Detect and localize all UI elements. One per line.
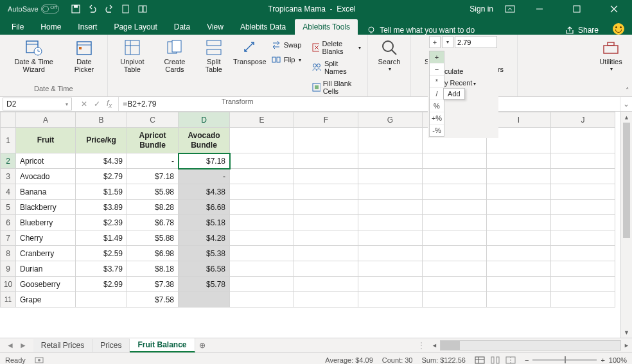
status-sum: Sum: $122.56 [421, 356, 466, 364]
split-table-button[interactable]: Split Table [198, 37, 230, 74]
op-mul[interactable]: * [430, 76, 444, 88]
add-sheet-button[interactable]: ⊕ [195, 338, 209, 352]
search-icon [380, 39, 398, 56]
op-plus[interactable]: + [430, 51, 444, 64]
op-ppct[interactable]: +% [430, 112, 444, 125]
swap-button[interactable]: Swap [270, 39, 303, 51]
hscroll-thumb[interactable] [441, 341, 460, 350]
grid[interactable]: ABCDEFGHIJ 1 Fruit Price/kg Apricot Bund… [0, 112, 615, 308]
svg-point-26 [313, 64, 317, 67]
scroll-down-icon[interactable]: ▼ [621, 327, 632, 338]
sheet-nav-next-icon[interactable]: ► [19, 341, 27, 350]
maximize-button[interactable] [564, 0, 590, 18]
undo-icon[interactable] [87, 4, 98, 14]
formula-input[interactable]: =B2+2.79 [119, 97, 620, 111]
table-row[interactable]: 9Durian$3.79$8.18$6.58 [1, 261, 615, 277]
share-button[interactable]: Share [559, 26, 605, 35]
date-picker-button[interactable]: Date Picker [66, 37, 101, 74]
horizontal-scrollbar[interactable]: ⋮ ◄ ► [414, 340, 632, 351]
zoom-control[interactable]: − + 100% [525, 356, 627, 364]
flip-button[interactable]: Flip▾ [270, 53, 303, 66]
table-row[interactable]: 6Blueberry$2.39$6.78$5.18 [1, 215, 615, 230]
sheet-tab-prices[interactable]: Prices [92, 339, 130, 352]
save-icon[interactable] [71, 4, 81, 14]
zoom-out-icon[interactable]: − [525, 356, 529, 364]
scroll-thumb[interactable] [623, 123, 630, 238]
expand-fx-icon[interactable]: ⌄ [620, 97, 632, 111]
zoom-in-icon[interactable]: + [601, 356, 604, 364]
sheet-tab-fruit-balance[interactable]: Fruit Balance [130, 338, 195, 352]
group-search: Search▾ [368, 35, 411, 96]
op-mpct[interactable]: -% [430, 125, 444, 136]
sign-in-link[interactable]: Sign in [470, 4, 493, 13]
cancel-formula-icon[interactable]: ✕ [81, 100, 87, 108]
table-row[interactable]: 4Banana$1.59$5.98$4.38 [1, 184, 615, 200]
zoom-slider[interactable] [532, 359, 597, 361]
utilities-button[interactable]: Utilities▾ [595, 37, 627, 74]
sheet-tab-retail[interactable]: Retail Prices [33, 339, 92, 352]
zoom-level[interactable]: 100% [609, 356, 627, 364]
autosave-toggle[interactable]: AutoSave Off [3, 4, 64, 13]
tab-page-layout[interactable]: Page Layout [106, 19, 164, 35]
calc-value-input[interactable] [455, 36, 497, 48]
svg-rect-24 [277, 57, 280, 62]
touch-icon[interactable] [137, 4, 148, 14]
page-layout-view-icon[interactable] [490, 356, 500, 364]
formula-bar: D2▾ ✕ ✓ fx =B2+2.79 ⌄ [0, 97, 632, 112]
op-pct[interactable]: % [430, 100, 444, 112]
title-bar: AutoSave Off Tropicana Mama - Excel Sign… [0, 0, 632, 18]
scroll-up-icon[interactable]: ▲ [621, 112, 632, 123]
share-icon [565, 26, 574, 35]
column-headers[interactable]: ABCDEFGHIJ [1, 112, 615, 128]
ribbon-collapse[interactable]: ˄ [626, 87, 629, 95]
tab-insert[interactable]: Insert [70, 19, 105, 35]
sheet-nav-prev-icon[interactable]: ◄ [6, 341, 14, 350]
svg-rect-16 [125, 40, 139, 55]
toggle-off-icon[interactable]: Off [41, 4, 59, 13]
table-row[interactable]: 2Apricot$4.39-$7.18 [1, 153, 615, 169]
table-row[interactable]: 8Cranberry$2.59$6.98$5.38 [1, 246, 615, 261]
create-cards-button[interactable]: Create Cards [155, 37, 194, 74]
op-dropdown-button[interactable]: ▾ [442, 36, 453, 48]
scroll-left-icon[interactable]: ◄ [429, 342, 440, 349]
tab-home[interactable]: Home [33, 19, 69, 35]
fill-blank-cells-button[interactable]: Fill Blank Cells [310, 78, 362, 96]
table-row[interactable]: 5Blackberry$3.89$8.28$6.68 [1, 200, 615, 215]
macro-rec-icon[interactable] [35, 356, 44, 364]
search-button[interactable]: Search▾ [373, 37, 405, 74]
delete-blanks-button[interactable]: Delete Blanks▾ [310, 39, 362, 56]
unpivot-table-button[interactable]: Unpivot Table [113, 37, 152, 74]
tab-ablebits-data[interactable]: Ablebits Data [233, 19, 294, 35]
vertical-scrollbar[interactable]: ▲ ▼ [620, 112, 632, 338]
redo-icon[interactable] [104, 4, 114, 14]
close-button[interactable] [601, 0, 627, 18]
scroll-right-icon[interactable]: ► [621, 342, 632, 349]
op-div[interactable]: / [430, 88, 444, 100]
accept-formula-icon[interactable]: ✓ [94, 100, 100, 108]
tab-data[interactable]: Data [166, 19, 198, 35]
tab-file[interactable]: File [4, 19, 31, 35]
new-icon[interactable] [121, 4, 131, 14]
header-row[interactable]: 1 Fruit Price/kg Apricot Bundle Avocado … [1, 128, 615, 153]
split-names-button[interactable]: Split Names [310, 58, 362, 76]
op-minus[interactable]: − [430, 64, 444, 76]
transpose-button[interactable]: Transpose [234, 37, 266, 67]
name-box[interactable]: D2▾ [3, 98, 72, 110]
feedback-icon[interactable] [613, 23, 624, 35]
svg-rect-29 [315, 85, 319, 89]
table-row[interactable]: 7Cherry$1.49$5.88$4.28 [1, 230, 615, 246]
table-row[interactable]: 11Grape$7.58 [1, 292, 615, 308]
table-row[interactable]: 3Avocado$2.79$7.18- [1, 169, 615, 184]
ribbon-options-icon[interactable] [505, 5, 515, 13]
op-plus-selector[interactable]: + [429, 36, 441, 48]
tab-ablebits-tools[interactable]: Ablebits Tools [295, 19, 358, 35]
select-all[interactable] [1, 112, 16, 128]
tell-me[interactable]: Tell me what you want to do [359, 26, 482, 35]
date-time-wizard-button[interactable]: Date & Time Wizard [5, 37, 62, 74]
minimize-button[interactable] [527, 0, 552, 18]
table-row[interactable]: 10Gooseberry$2.99$7.38$5.78 [1, 277, 615, 292]
tab-view[interactable]: View [199, 19, 231, 35]
fx-icon[interactable]: fx [107, 99, 112, 109]
normal-view-icon[interactable] [475, 356, 485, 364]
page-break-view-icon[interactable] [505, 356, 516, 364]
